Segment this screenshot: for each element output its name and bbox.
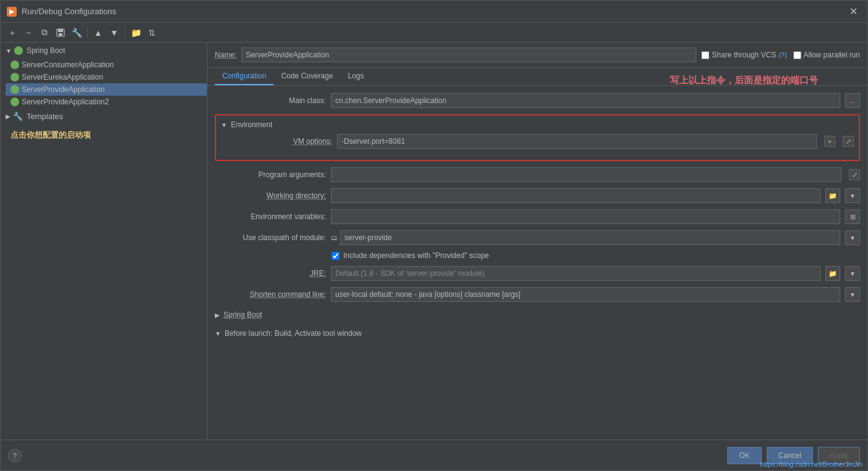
program-args-expand-button[interactable]: ⤢ <box>849 169 860 180</box>
allow-parallel-checkbox[interactable] <box>793 51 801 59</box>
program-args-row: Program arguments: ⤢ <box>215 167 860 182</box>
allow-parallel-checkbox-row: Allow parallel run <box>793 51 860 59</box>
templates-section[interactable]: ▶ 🔧 Templates <box>1 108 207 125</box>
name-row: Name: Share through VCS (?) Allow parall… <box>207 43 867 68</box>
classpath-label: Use classpath of module: <box>215 233 326 242</box>
shorten-cmd-row: Shorten command line: ▼ <box>215 287 860 302</box>
spring-icon-consumer <box>10 60 19 69</box>
share-vcs-checkbox-row: Share through VCS (?) <box>701 51 787 59</box>
jre-label: JRE: <box>215 269 326 278</box>
toolbar: + − ⧉ 🔧 ▲ ▼ 📁 ⇅ <box>1 23 867 43</box>
vm-options-row: VM options: + ⤢ <box>221 134 854 149</box>
spring-boot-section-label: Spring Boot <box>223 311 262 319</box>
classpath-select-wrapper: 🗂 server-provide <box>331 230 840 245</box>
tab-configuration[interactable]: Configuration <box>215 68 273 85</box>
shorten-cmd-input[interactable] <box>331 287 840 302</box>
working-dir-folder-button[interactable]: 📁 <box>825 188 840 203</box>
program-args-label: Program arguments: <box>215 170 326 179</box>
name-row-right: Share through VCS (?) Allow parallel run <box>701 51 860 59</box>
classpath-select[interactable]: server-provide <box>340 230 840 245</box>
wrench-button[interactable]: 🔧 <box>70 26 83 40</box>
left-panel: ▼ Spring Boot ServerConsumerApplication … <box>1 43 207 440</box>
spring-boot-label: Spring Boot <box>27 46 65 55</box>
main-content: ▼ Spring Boot ServerConsumerApplication … <box>1 43 867 440</box>
folder-button[interactable]: 📁 <box>129 26 143 40</box>
shorten-cmd-select-wrapper <box>331 287 840 302</box>
templates-label: Templates <box>27 112 63 121</box>
classpath-drop-button[interactable]: ▼ <box>845 230 860 245</box>
before-launch-label: Before launch: Build, Activate tool wind… <box>225 329 362 338</box>
include-deps-checkbox[interactable] <box>332 252 340 260</box>
svg-rect-2 <box>59 33 62 36</box>
app-icon: ▶ <box>7 7 17 17</box>
include-deps-label: Include dependencies with "Provided" sco… <box>343 251 489 260</box>
env-collapse-arrow-icon[interactable]: ▼ <box>221 122 227 128</box>
tab-code-coverage[interactable]: Code Coverage <box>273 68 340 85</box>
jre-row: JRE: 📁 ▼ <box>215 266 860 281</box>
spring-boot-arrow-icon: ▼ <box>6 48 12 54</box>
tree-item-server-eureka[interactable]: ServerEurekaApplication <box>6 71 207 83</box>
tab-logs[interactable]: Logs <box>340 68 371 85</box>
help-button[interactable]: ? <box>8 449 22 462</box>
before-launch-arrow-icon[interactable]: ▼ <box>215 330 221 337</box>
working-dir-row: Working directory: 📁 ▼ <box>215 188 860 203</box>
working-dir-input[interactable] <box>331 188 820 203</box>
program-args-input[interactable] <box>331 167 841 182</box>
templates-icon: 🔧 <box>13 112 23 121</box>
classpath-row: Use classpath of module: 🗂 server-provid… <box>215 230 860 245</box>
environment-section: ▼ Environment VM options: + ⤢ <box>215 114 860 161</box>
jre-folder-button[interactable]: 📁 <box>825 266 840 281</box>
annotation-yellow: 点击你想配置的启动项 <box>1 125 207 146</box>
add-config-button[interactable]: + <box>6 26 19 40</box>
copy-config-button[interactable]: ⧉ <box>38 26 51 40</box>
sort-button[interactable]: ⇅ <box>145 26 159 40</box>
move-up-button[interactable]: ▲ <box>91 26 105 40</box>
working-dir-label: Working directory: <box>215 191 326 200</box>
env-vars-browse-button[interactable]: ⊞ <box>845 209 860 224</box>
spring-icon-provide2 <box>10 98 19 106</box>
module-icon: 🗂 <box>331 234 338 241</box>
tree-item-label: ServerProvideApplication2 <box>22 98 109 106</box>
tree-item-server-provide2[interactable]: ServerProvideApplication2 <box>6 96 207 108</box>
vm-options-input[interactable] <box>337 134 817 149</box>
share-vcs-checkbox[interactable] <box>701 51 709 59</box>
bottom-bar: ? OK Cancel Apply <box>1 440 867 470</box>
jre-input[interactable] <box>331 266 820 281</box>
name-input[interactable] <box>241 48 696 62</box>
main-class-browse-button[interactable]: ... <box>845 93 860 108</box>
shorten-cmd-label: Shorten command line: <box>215 290 326 299</box>
env-vars-row: Environment variables: ⊞ <box>215 209 860 224</box>
move-down-button[interactable]: ▼ <box>107 26 121 40</box>
toolbar-divider-2 <box>125 27 125 38</box>
tree-item-server-consumer[interactable]: ServerConsumerApplication <box>6 59 207 71</box>
config-content-area: Main class: ... ▼ Environment VM options… <box>207 86 867 440</box>
before-launch-section: ▼ Before launch: Build, Activate tool wi… <box>215 327 860 340</box>
ok-button[interactable]: OK <box>727 447 761 464</box>
tree-item-server-provide[interactable]: ServerProvideApplication <box>6 83 207 96</box>
spring-boot-tree-group: ServerConsumerApplication ServerEurekaAp… <box>1 59 207 108</box>
include-deps-row: Include dependencies with "Provided" sco… <box>332 251 860 260</box>
annotation-red: 写上以上指令，后面是指定的端口号 <box>670 75 818 86</box>
jre-select-wrapper <box>331 266 820 281</box>
remove-config-button[interactable]: − <box>22 26 35 40</box>
env-vars-input[interactable] <box>331 209 840 224</box>
vm-options-expand-button[interactable]: + <box>824 136 835 147</box>
tree-item-label: ServerConsumerApplication <box>22 60 114 69</box>
jre-drop-button[interactable]: ▼ <box>845 266 860 281</box>
save-config-button[interactable] <box>54 26 67 40</box>
spring-icon-provide <box>10 85 19 94</box>
dialog-title: Run/Debug Configurations <box>22 7 846 16</box>
main-class-input[interactable] <box>331 93 840 108</box>
spring-boot-section: ▶ Spring Boot <box>215 308 860 322</box>
vm-options-fullscreen-button[interactable]: ⤢ <box>843 136 854 147</box>
shorten-cmd-drop-button[interactable]: ▼ <box>845 287 860 302</box>
close-button[interactable]: ✕ <box>846 4 861 19</box>
working-dir-drop-button[interactable]: ▼ <box>845 188 860 203</box>
spring-boot-group-header[interactable]: ▼ Spring Boot <box>1 43 207 59</box>
title-bar: ▶ Run/Debug Configurations ✕ <box>1 1 867 23</box>
env-vars-label: Environment variables: <box>215 212 326 221</box>
main-class-label: Main class: <box>215 96 326 105</box>
share-vcs-label: Share through VCS <box>712 51 776 59</box>
spring-boot-collapse-arrow-icon[interactable]: ▶ <box>215 312 220 319</box>
toolbar-divider-1 <box>87 27 88 38</box>
